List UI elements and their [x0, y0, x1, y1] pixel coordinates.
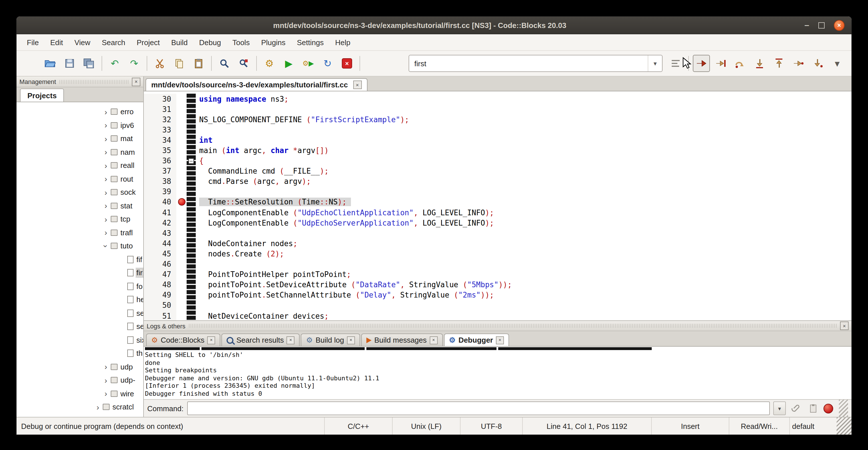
step-into-instruction-button[interactable] — [809, 55, 826, 72]
code-line-43[interactable]: 43 — [144, 228, 851, 238]
code-line-36[interactable]: 36–{ — [144, 156, 851, 166]
tree-item-udp[interactable]: ›udp — [17, 360, 143, 373]
code-line-30[interactable]: 30using namespace ns3; — [144, 94, 851, 104]
window-resize-grip[interactable] — [837, 417, 851, 434]
target-select[interactable]: first ▾ — [409, 55, 662, 72]
debug-continue-button[interactable] — [693, 55, 710, 72]
tree-item-nam[interactable]: ›nam — [17, 145, 143, 159]
breakpoint-margin[interactable] — [176, 135, 187, 145]
breakpoint-margin[interactable] — [176, 176, 187, 187]
menu-search[interactable]: Search — [96, 35, 131, 50]
breakpoint-margin[interactable] — [176, 104, 187, 114]
toolbar-overflow-button[interactable]: ▾ — [829, 55, 846, 72]
breakpoint-margin[interactable] — [176, 259, 187, 269]
cut-button[interactable] — [151, 55, 168, 72]
tree-item-fir[interactable]: fir — [17, 266, 143, 279]
menu-view[interactable]: View — [69, 35, 96, 50]
breakpoint-margin[interactable] — [176, 145, 187, 156]
tree-item-six[interactable]: six — [17, 333, 143, 347]
tree-item-fif[interactable]: fif — [17, 253, 143, 266]
chevron-right-icon[interactable]: › — [102, 376, 110, 384]
breakpoint-margin[interactable] — [176, 114, 187, 124]
chevron-right-icon[interactable]: › — [102, 121, 110, 129]
step-into-button[interactable] — [751, 55, 768, 72]
tree-item-rout[interactable]: ›rout — [17, 172, 143, 186]
tree-item-se[interactable]: se — [17, 306, 143, 320]
chevron-right-icon[interactable]: › — [102, 175, 110, 183]
breakpoint-margin[interactable] — [176, 311, 187, 320]
breakpoint-margin[interactable] — [176, 166, 187, 176]
breakpoint-margin[interactable] — [176, 290, 187, 300]
editor-tab[interactable]: mnt/dev/tools/source/ns-3-dev/examples/t… — [146, 78, 367, 91]
code-line-39[interactable]: 39 — [144, 187, 851, 197]
tree-item-scratcl[interactable]: ›scratcl — [17, 400, 143, 414]
code-line-34[interactable]: 34int — [144, 135, 851, 145]
logs-tab-build-messages[interactable]: Build messages× — [361, 333, 443, 346]
tree-item-he[interactable]: he — [17, 293, 143, 306]
code-line-31[interactable]: 31 — [144, 104, 851, 114]
chevron-right-icon[interactable]: › — [94, 403, 101, 411]
breakpoint-margin[interactable] — [176, 187, 187, 197]
tree-item-se[interactable]: se — [17, 320, 143, 333]
run-button[interactable]: ▶ — [280, 55, 297, 72]
stop-debugger-button[interactable] — [824, 403, 833, 413]
open-file-button[interactable] — [42, 55, 59, 72]
code-line-37[interactable]: 37 CommandLine cmd (__FILE__); — [144, 166, 851, 176]
save-button[interactable] — [61, 55, 78, 72]
tree-item-trafl[interactable]: ›trafl — [17, 226, 143, 239]
minimize-button[interactable]: – — [804, 22, 809, 28]
chevron-right-icon[interactable]: › — [102, 108, 110, 116]
paste-button[interactable] — [190, 55, 207, 72]
tree-item-stat[interactable]: ›stat — [17, 199, 143, 212]
editor-tab-close-icon[interactable]: × — [353, 81, 362, 89]
code-line-48[interactable]: 48 pointToPoint.SetDeviceAttribute ("Dat… — [144, 279, 851, 290]
chevron-right-icon[interactable]: › — [102, 161, 110, 170]
new-file-button[interactable] — [22, 55, 39, 72]
chevron-down-icon[interactable]: ▾ — [648, 55, 662, 71]
tree-item-src[interactable]: ›src — [17, 414, 143, 417]
title-bar[interactable]: mnt/dev/tools/source/ns-3-dev/examples/t… — [17, 17, 851, 34]
next-instruction-button[interactable] — [790, 55, 807, 72]
close-button[interactable]: × — [834, 20, 845, 31]
replace-button[interactable] — [235, 55, 252, 72]
save-all-button[interactable] — [81, 55, 98, 72]
chevron-right-icon[interactable]: › — [102, 363, 110, 371]
menu-project[interactable]: Project — [131, 35, 165, 50]
command-input[interactable] — [187, 401, 770, 415]
attach-file-button[interactable] — [789, 401, 803, 415]
logs-tab-build-log[interactable]: ⚙Build log× — [301, 333, 360, 346]
breakpoint-margin[interactable] — [176, 156, 187, 166]
abort-build-button[interactable]: × — [338, 55, 355, 72]
tree-item-erro[interactable]: ›erro — [17, 105, 143, 119]
management-close-button[interactable]: × — [132, 78, 141, 86]
close-icon[interactable]: × — [287, 336, 295, 344]
project-tree[interactable]: ›erro›ipv6›mat›nam›reall›rout›sock›stat›… — [17, 102, 143, 417]
breakpoint-margin[interactable] — [176, 94, 187, 104]
rebuild-button[interactable]: ↻ — [319, 55, 336, 72]
menu-edit[interactable]: Edit — [44, 35, 69, 50]
chevron-down-icon[interactable]: › — [102, 242, 110, 250]
chevron-right-icon[interactable]: › — [102, 202, 110, 210]
build-and-run-button[interactable]: ⚙▶ — [300, 55, 317, 72]
panel-resize-grip[interactable] — [839, 400, 848, 417]
step-out-button[interactable] — [770, 55, 787, 72]
menu-settings[interactable]: Settings — [291, 35, 329, 50]
breakpoint-margin[interactable] — [176, 249, 187, 259]
code-line-32[interactable]: 32NS_LOG_COMPONENT_DEFINE ("FirstScriptE… — [144, 114, 851, 124]
tree-item-ipv6[interactable]: ›ipv6 — [17, 119, 143, 132]
chevron-right-icon[interactable]: › — [102, 135, 110, 143]
code-line-46[interactable]: 46 — [144, 259, 851, 269]
breakpoint-margin[interactable] — [176, 269, 187, 279]
tree-item-fo[interactable]: fo — [17, 279, 143, 293]
close-icon[interactable]: × — [208, 336, 215, 344]
breakpoint-margin[interactable] — [176, 125, 187, 135]
code-line-41[interactable]: 41 LogComponentEnable ("UdpEchoClientApp… — [144, 207, 851, 217]
breakpoint-margin[interactable] — [176, 197, 187, 207]
menu-help[interactable]: Help — [329, 35, 356, 50]
symbols-button[interactable] — [667, 55, 684, 72]
log-output[interactable]: Setting SHELL to '/bin/sh'doneSetting br… — [144, 347, 851, 399]
code-line-45[interactable]: 45 nodes.Create (2); — [144, 249, 851, 259]
breakpoint-margin[interactable] — [176, 217, 187, 228]
breakpoint-margin[interactable] — [176, 300, 187, 311]
breakpoint-margin[interactable] — [176, 207, 187, 217]
